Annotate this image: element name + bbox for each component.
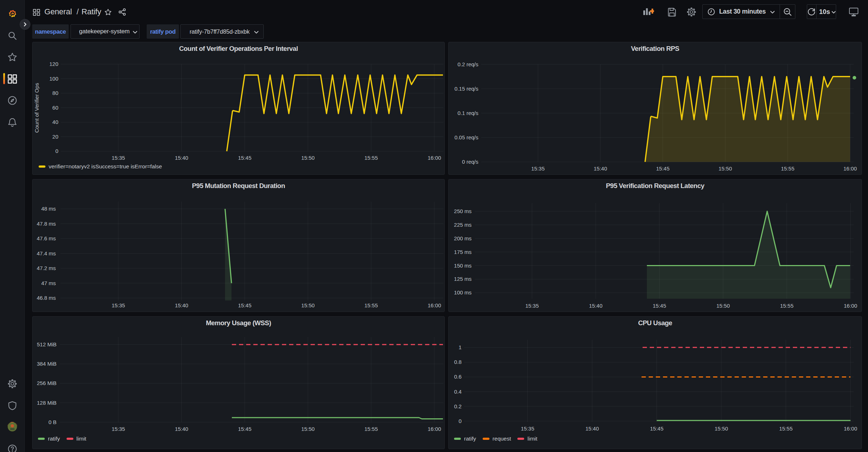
svg-text:47.8 ms: 47.8 ms: [37, 221, 56, 227]
svg-text:200 ms: 200 ms: [454, 235, 472, 241]
svg-text:15:35: 15:35: [521, 425, 535, 432]
svg-text:0.2 req/s: 0.2 req/s: [458, 61, 478, 67]
svg-text:47.2 ms: 47.2 ms: [37, 265, 56, 271]
svg-text:15:45: 15:45: [238, 426, 252, 432]
svg-text:1: 1: [459, 344, 462, 350]
svg-text:225 ms: 225 ms: [454, 222, 472, 228]
svg-text:15:40: 15:40: [589, 303, 603, 309]
svg-text:47 ms: 47 ms: [41, 280, 56, 286]
svg-text:15:50: 15:50: [718, 165, 732, 172]
svg-text:125 ms: 125 ms: [454, 276, 472, 282]
svg-text:15:55: 15:55: [365, 302, 378, 308]
svg-text:15:55: 15:55: [779, 425, 793, 432]
svg-text:20: 20: [52, 134, 58, 140]
svg-text:15:35: 15:35: [112, 302, 125, 308]
svg-text:47.4 ms: 47.4 ms: [37, 250, 56, 256]
svg-text:15:40: 15:40: [585, 425, 599, 432]
svg-text:15:45: 15:45: [653, 303, 666, 309]
svg-text:Count of Verifier Ops: Count of Verifier Ops: [34, 83, 40, 133]
svg-text:16:00: 16:00: [844, 303, 857, 309]
svg-text:0.05 req/s: 0.05 req/s: [454, 134, 478, 140]
svg-text:16:00: 16:00: [844, 425, 857, 432]
svg-text:100 ms: 100 ms: [454, 289, 472, 295]
svg-text:15:40: 15:40: [175, 155, 189, 161]
svg-text:15:45: 15:45: [650, 425, 664, 432]
svg-text:15:55: 15:55: [781, 165, 795, 172]
svg-text:16:00: 16:00: [428, 426, 441, 432]
svg-text:0.8: 0.8: [454, 359, 462, 365]
svg-text:15:55: 15:55: [780, 303, 794, 309]
svg-text:100: 100: [49, 76, 58, 82]
svg-text:16:00: 16:00: [843, 165, 857, 172]
svg-text:0.4: 0.4: [454, 389, 462, 395]
svg-text:128 MiB: 128 MiB: [37, 400, 57, 406]
svg-text:512 MiB: 512 MiB: [37, 341, 57, 347]
svg-text:60: 60: [52, 105, 58, 111]
svg-text:15:50: 15:50: [301, 302, 315, 308]
svg-text:0.1 req/s: 0.1 req/s: [458, 110, 478, 116]
svg-text:15:45: 15:45: [238, 302, 252, 308]
svg-text:15:50: 15:50: [301, 155, 315, 161]
svg-text:15:50: 15:50: [715, 425, 728, 432]
svg-text:15:55: 15:55: [365, 426, 378, 432]
svg-text:0: 0: [55, 148, 58, 154]
svg-text:15:35: 15:35: [525, 303, 539, 309]
svg-text:0.15 req/s: 0.15 req/s: [454, 86, 478, 92]
svg-text:0: 0: [459, 418, 462, 424]
svg-text:250 ms: 250 ms: [454, 208, 472, 214]
svg-text:47.6 ms: 47.6 ms: [37, 235, 56, 241]
svg-text:15:45: 15:45: [656, 165, 670, 172]
svg-text:15:35: 15:35: [112, 426, 125, 432]
svg-text:80: 80: [52, 90, 58, 96]
svg-text:175 ms: 175 ms: [454, 249, 472, 255]
svg-text:15:35: 15:35: [112, 155, 125, 161]
svg-text:15:35: 15:35: [531, 165, 545, 172]
svg-text:15:55: 15:55: [365, 155, 378, 161]
svg-text:15:40: 15:40: [594, 165, 607, 172]
svg-text:150 ms: 150 ms: [454, 263, 472, 269]
svg-text:15:40: 15:40: [175, 302, 189, 308]
svg-text:15:45: 15:45: [238, 155, 252, 161]
svg-text:0 req/s: 0 req/s: [462, 159, 478, 165]
svg-text:15:40: 15:40: [175, 426, 189, 432]
svg-text:0.2: 0.2: [454, 403, 462, 409]
svg-text:384 MiB: 384 MiB: [37, 361, 57, 367]
svg-text:16:00: 16:00: [428, 302, 441, 308]
svg-text:0.6: 0.6: [454, 374, 462, 380]
svg-text:120: 120: [49, 61, 58, 67]
svg-text:40: 40: [52, 119, 58, 125]
svg-text:15:50: 15:50: [301, 426, 315, 432]
svg-text:46.8 ms: 46.8 ms: [37, 295, 56, 301]
svg-text:256 MiB: 256 MiB: [37, 380, 57, 386]
svg-text:15:50: 15:50: [716, 303, 730, 309]
svg-text:16:00: 16:00: [428, 155, 441, 161]
svg-text:48 ms: 48 ms: [41, 206, 56, 212]
svg-text:0 B: 0 B: [48, 419, 57, 425]
